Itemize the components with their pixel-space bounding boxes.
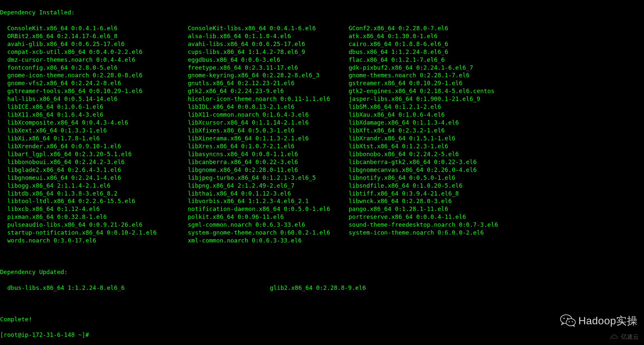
package-cell: libtiff.x86_64 0:3.9.4-21.el6_8 [349, 190, 644, 197]
package-cell: libX11-common.noarch 0:1.6.4-3.el6 [188, 111, 349, 119]
package-cell: libpng.x86_64 2:1.2.49-2.el6_7 [188, 182, 349, 190]
package-row: libxcb.x86_64 0:1.12-4.el6notification-d… [0, 205, 644, 213]
package-row: libX11.x86_64 0:1.6.4-3.el6libX11-common… [0, 111, 644, 119]
package-cell: libIDL.x86_64 0:0.8.13-2.1.el6 [188, 103, 349, 111]
package-cell: libtool-ltdl.x86_64 0:2.2.6-15.5.el6 [7, 197, 188, 205]
package-cell: portreserve.x86_64 0:0.0.4-11.el6 [349, 213, 644, 221]
package-cell: jasper-libs.x86_64 0:1.900.1-21.el6_9 [349, 95, 644, 103]
package-cell: libICE.x86_64 0:1.0.6-1.el6 [7, 103, 188, 111]
package-cell: libXinerama.x86_64 0:1.1.3-2.1.el6 [188, 134, 349, 142]
package-row: libICE.x86_64 0:1.0.6-1.el6libIDL.x86_64… [0, 103, 644, 111]
package-cell: libwnck.x86_64 0:2.28.0-3.el6 [349, 197, 644, 205]
package-cell: xml-common.noarch 0:0.6.3-33.el6 [188, 237, 349, 244]
package-cell: gtk2-engines.x86_64 0:2.18.4-5.el6.cento… [349, 87, 644, 95]
package-cell: sgml-common.noarch 0:0.6.3-33.el6 [188, 221, 349, 229]
package-cell: libXau.x86_64 0:1.0.6-4.el6 [349, 111, 644, 119]
package-row: gnome-icon-theme.noarch 0:2.28.0-8.el6gn… [0, 71, 644, 79]
package-row: libogg.x86_64 2:1.1.4-2.1.el6libpng.x86_… [0, 182, 644, 190]
package-cell: gnome-themes.noarch 0:2.28.1-7.el6 [349, 71, 644, 79]
package-row: ConsoleKit.x86_64 0:0.4.1-6.el6ConsoleKi… [0, 24, 644, 32]
package-cell: libsndfile.x86_64 0:1.0.20-5.el6 [349, 182, 644, 190]
package-row: gnome-vfs2.x86_64 0:2.24.2-8.el6gnutls.x… [0, 79, 644, 87]
section-header-updated: Dependency Updated: [0, 268, 644, 276]
package-cell: libnotify.x86_64 0:0.5.0-1.el6 [349, 174, 644, 182]
package-row: libglade2.x86_64 0:2.6.4-3.1.el6libgnome… [0, 166, 644, 174]
package-cell: libXi.x86_64 0:1.7.8-1.el6 [7, 134, 188, 142]
package-row: libtdb.x86_64 0:1.3.8-3.el6_8.2libthai.x… [0, 190, 644, 197]
package-cell: libXrandr.x86_64 0:1.5.1-1.el6 [349, 134, 644, 142]
cloud-icon [610, 334, 619, 340]
package-cell: libcanberra.x86_64 0:0.22-3.el6 [188, 158, 349, 166]
package-cell [349, 237, 644, 244]
package-row: words.noarch 0:3.0-17.el6xml-common.noar… [0, 237, 644, 244]
yisu-watermark: 亿速云 [610, 333, 639, 341]
svg-point-4 [569, 321, 569, 322]
package-cell: libbonoboui.x86_64 0:2.24.2-3.el6 [7, 158, 188, 166]
package-cell: libXres.x86_64 0:1.0.7-2.1.el6 [188, 142, 349, 150]
package-cell: atk.x86_64 0:1.30.0-1.el6 [349, 32, 644, 40]
package-row: dmz-cursor-themes.noarch 0:0.4-4.el6eggd… [0, 56, 644, 64]
package-cell: system-gnome-theme.noarch 0:60.0.2-1.el6 [188, 229, 349, 237]
package-cell: libXfixes.x86_64 0:5.0.3-1.el6 [188, 126, 349, 134]
package-row: hal-libs.x86_64 0:0.5.14-14.el6hicolor-i… [0, 95, 644, 103]
package-cell: gnome-icon-theme.noarch 0:2.28.0-8.el6 [7, 71, 188, 79]
complete-line: Complete! [0, 315, 644, 323]
package-row: avahi-glib.x86_64 0:0.6.25-17.el6avahi-l… [0, 40, 644, 48]
package-cell: notification-daemon.x86_64 0:0.5.0-1.el6 [188, 205, 349, 213]
package-cell: libXdamage.x86_64 0:1.1.3-4.el6 [349, 119, 644, 126]
package-cell: libjpeg-turbo.x86_64 0:1.2.1-3.el6_5 [188, 174, 349, 182]
package-row: pixman.x86_64 0:0.32.8-1.el6polkit.x86_6… [0, 213, 644, 221]
package-cell: libgnomecanvas.x86_64 0:2.26.0-4.el6 [349, 166, 644, 174]
svg-point-2 [563, 318, 565, 319]
package-cell: libart_lgpl.x86_64 0:2.3.20-5.1.el6 [7, 150, 188, 158]
package-cell: libXft.x86_64 0:2.3.2-1.el6 [349, 126, 644, 134]
package-cell: flac.x86_64 0:1.2.1-7.el6_6 [349, 56, 644, 64]
package-cell: ORBit2.x86_64 0:2.14.17-6.el6_8 [7, 32, 188, 40]
shell-prompt[interactable]: [root@ip-172-31-6-148 ~]# [0, 331, 89, 338]
package-cell: system-icon-theme.noarch 0:6.0.0-2.el6 [349, 229, 644, 237]
package-cell: freetype.x86_64 0:2.3.11-17.el6 [188, 64, 349, 72]
package-row: libXi.x86_64 0:1.7.8-1.el6libXinerama.x8… [0, 134, 644, 142]
package-cell: dbus-libs.x86_64 1:1.2.24-8.el6_6 [7, 284, 270, 292]
package-cell: libgnome.x86_64 0:2.28.0-11.el6 [188, 166, 349, 174]
package-cell: eggdbus.x86_64 0:0.6-3.el6 [188, 56, 349, 64]
package-cell: gnutls.x86_64 0:2.12.23-21.el6 [188, 79, 349, 87]
package-cell: libogg.x86_64 2:1.1.4-2.1.el6 [7, 182, 188, 190]
package-cell: libvorbis.x86_64 1:1.2.3-4.el6_2.1 [188, 197, 349, 205]
package-row: startup-notification.x86_64 0:0.10-2.1.e… [0, 229, 644, 237]
package-cell: compat-xcb-util.x86_64 0:0.4.0-2.2.el6 [7, 48, 188, 56]
package-row: gstreamer-tools.x86_64 0:0.10.29-1.el6gt… [0, 87, 644, 95]
package-row: ORBit2.x86_64 0:2.14.17-6.el6_8alsa-lib.… [0, 32, 644, 40]
package-cell: libX11.x86_64 0:1.6.4-3.el6 [7, 111, 188, 119]
wechat-watermark-text: Hadoop实操 [578, 314, 637, 328]
package-cell: gnome-keyring.x86_64 0:2.28.2-8.el6_3 [188, 71, 349, 79]
package-cell: hicolor-icon-theme.noarch 0:0.11-1.1.el6 [188, 95, 349, 103]
package-row: fontconfig.x86_64 0:2.8.0-5.el6freetype.… [0, 64, 644, 72]
package-cell: cairo.x86_64 0:1.8.8-6.el6_6 [349, 40, 644, 48]
package-cell: avahi-glib.x86_64 0:0.6.25-17.el6 [7, 40, 188, 48]
wechat-icon [560, 313, 576, 328]
package-cell: ConsoleKit.x86_64 0:0.4.1-6.el6 [7, 24, 188, 32]
package-cell: libXcursor.x86_64 0:1.1.14-2.1.el6 [188, 119, 349, 126]
package-cell: gdk-pixbuf2.x86_64 0:2.24.1-6.el6_7 [349, 64, 644, 72]
package-cell: hal-libs.x86_64 0:0.5.14-14.el6 [7, 95, 188, 103]
package-cell: GConf2.x86_64 0:2.28.0-7.el6 [349, 24, 644, 32]
yisu-watermark-text: 亿速云 [621, 333, 639, 341]
package-row: libXrender.x86_64 0:0.9.10-1.el6libXres.… [0, 142, 644, 150]
package-cell: cups-libs.x86_64 1:1.4.2-78.el6_9 [188, 48, 349, 56]
package-cell: words.noarch 0:3.0-17.el6 [7, 237, 188, 244]
package-cell: gstreamer-tools.x86_64 0:0.10.29-1.el6 [7, 87, 188, 95]
package-cell: libcanberra-gtk2.x86_64 0:0.22-3.el6 [349, 158, 644, 166]
package-cell: ConsoleKit-libs.x86_64 0:0.4.1-6.el6 [188, 24, 349, 32]
package-cell: polkit.x86_64 0:0.96-11.el6 [188, 213, 349, 221]
svg-point-3 [567, 318, 568, 319]
package-row: libXcomposite.x86_64 0:0.4.3-4.el6libXcu… [0, 119, 644, 126]
package-cell: libxcb.x86_64 0:1.12-4.el6 [7, 205, 188, 213]
package-cell: libtdb.x86_64 0:1.3.8-3.el6_8.2 [7, 190, 188, 197]
package-cell: libthai.x86_64 0:0.1.12-3.el6 [188, 190, 349, 197]
terminal-output: Dependency Installed: ConsoleKit.x86_64 … [0, 0, 644, 345]
package-cell: libbonobo.x86_64 0:2.24.2-5.el6 [349, 150, 644, 158]
updated-row: dbus-libs.x86_64 1:1.2.24-8.el6_6glib2.x… [0, 284, 644, 292]
package-cell: sound-theme-freedesktop.noarch 0:0.7-3.e… [349, 221, 644, 229]
package-cell: libXext.x86_64 0:1.3.3-1.el6 [7, 126, 188, 134]
